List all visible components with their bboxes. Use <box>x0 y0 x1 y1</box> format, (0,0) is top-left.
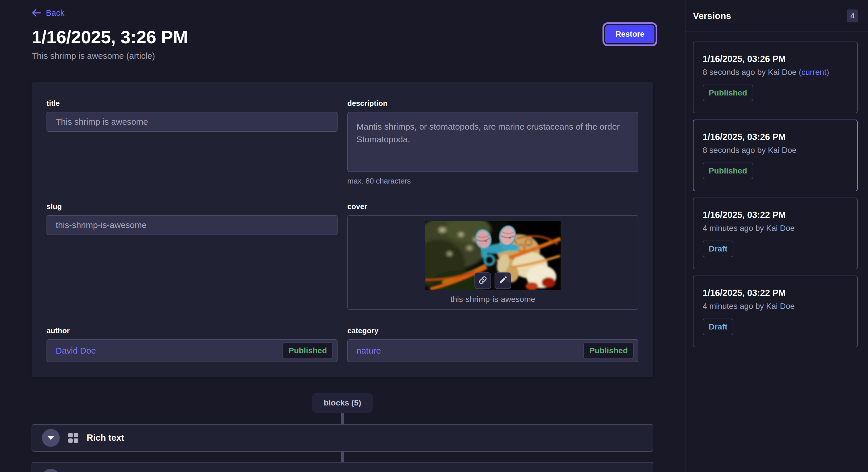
version-meta: 8 seconds ago by Kai Doe <box>703 145 848 155</box>
link-icon <box>478 276 487 286</box>
cover-image <box>425 221 561 290</box>
block-label: Rich text <box>87 433 124 443</box>
slug-input[interactable] <box>46 215 338 235</box>
accordion-toggle-button[interactable] <box>42 429 60 447</box>
description-hint: max. 80 characters <box>347 177 639 186</box>
description-label: description <box>347 99 639 108</box>
current-tag: (current) <box>799 68 829 76</box>
versions-sidebar: Versions 4 1/16/2025, 03:26 PM 8 seconds… <box>685 0 868 472</box>
version-status-badge: Published <box>703 163 753 179</box>
category-label: category <box>347 326 639 335</box>
version-card-selected[interactable]: 1/16/2025, 03:26 PM 8 seconds ago by Kai… <box>693 120 858 191</box>
cover-actions <box>474 272 511 289</box>
page-subtitle: This shrimp is awesome (article) <box>32 51 653 61</box>
restore-button[interactable]: Restore <box>606 25 654 43</box>
copy-link-button[interactable] <box>474 272 491 289</box>
version-date: 1/16/2025, 03:26 PM <box>703 54 848 65</box>
version-card[interactable]: 1/16/2025, 03:22 PM 4 minutes ago by Kai… <box>693 198 858 269</box>
version-status-badge: Draft <box>703 241 733 257</box>
field-description: description Mantis shrimps, or stomatopo… <box>347 99 639 186</box>
author-status-badge: Published <box>282 342 333 359</box>
version-date: 1/16/2025, 03:22 PM <box>703 210 848 221</box>
version-status-badge: Draft <box>703 318 733 335</box>
accordion-toggle-button[interactable] <box>42 469 60 472</box>
blocks-pill-row: blocks (5) <box>32 393 653 413</box>
drag-handle-grid-icon <box>68 433 78 443</box>
title-label: title <box>46 99 338 108</box>
category-status-badge: Published <box>583 342 634 359</box>
cover-media-box: this-shrimp-is-awesome <box>347 215 639 310</box>
arrow-left-icon <box>32 9 41 17</box>
version-meta: 8 seconds ago by Kai Doe (current) <box>703 67 848 77</box>
versions-count-badge: 4 <box>847 9 858 22</box>
chevron-down-icon <box>48 436 54 440</box>
category-relation-box: nature Published <box>347 339 639 362</box>
category-relation-link[interactable]: nature <box>356 346 381 356</box>
page-title: 1/16/2025, 3:26 PM <box>32 27 653 47</box>
version-meta: 4 minutes ago by Kai Doe <box>703 224 848 233</box>
version-status-badge: Published <box>703 85 753 101</box>
version-date: 1/16/2025, 03:26 PM <box>703 132 848 142</box>
cover-label: cover <box>347 202 639 211</box>
version-history-page: Back 1/16/2025, 3:26 PM This shrimp is a… <box>0 0 868 472</box>
main-content: Back 1/16/2025, 3:26 PM This shrimp is a… <box>0 0 685 472</box>
field-title: title <box>46 99 338 186</box>
blocks-connector-line <box>341 452 344 462</box>
edit-image-button[interactable] <box>495 272 511 289</box>
version-meta: 4 minutes ago by Kai Doe <box>703 301 848 311</box>
versions-title: Versions <box>693 11 731 21</box>
description-textarea[interactable]: Mantis shrimps, or stomatopods, are mari… <box>347 112 639 172</box>
entry-fields-card: title description Mantis shrimps, or sto… <box>32 82 653 377</box>
block-accordion-rich-text[interactable]: Rich text <box>32 424 653 452</box>
version-date: 1/16/2025, 03:22 PM <box>703 288 848 299</box>
author-label: author <box>46 326 338 335</box>
version-card[interactable]: 1/16/2025, 03:22 PM 4 minutes ago by Kai… <box>693 276 858 347</box>
back-label: Back <box>46 8 64 18</box>
blocks-connector-line <box>341 413 344 424</box>
author-relation-link[interactable]: David Doe <box>56 346 96 356</box>
back-link[interactable]: Back <box>32 7 653 19</box>
versions-header: Versions 4 <box>685 0 868 32</box>
field-slug: slug <box>46 202 338 310</box>
blocks-count-pill: blocks (5) <box>312 393 373 413</box>
version-card[interactable]: 1/16/2025, 03:26 PM 8 seconds ago by Kai… <box>693 42 858 113</box>
versions-list: 1/16/2025, 03:26 PM 8 seconds ago by Kai… <box>685 32 868 347</box>
cover-caption: this-shrimp-is-awesome <box>451 295 535 304</box>
author-relation-box: David Doe Published <box>46 339 338 362</box>
field-category: category nature Published <box>347 326 639 362</box>
pencil-icon <box>499 276 507 285</box>
slug-label: slug <box>46 202 338 211</box>
field-cover: cover <box>347 202 639 310</box>
block-accordion-quote[interactable]: Quote - Thelonius Monk <box>32 462 653 472</box>
title-input[interactable] <box>46 112 338 132</box>
field-author: author David Doe Published <box>46 326 338 362</box>
